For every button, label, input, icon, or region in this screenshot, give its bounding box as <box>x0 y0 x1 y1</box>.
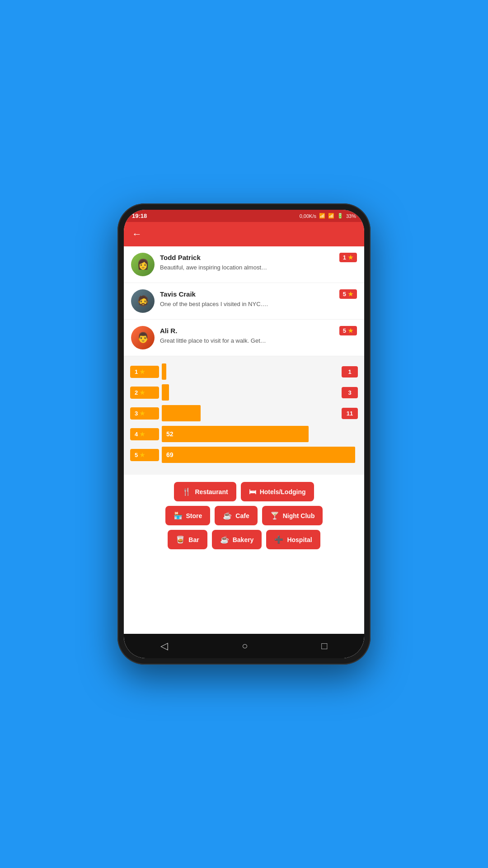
review-body-3: Ali R. 5 ★ Great little place to visit f… <box>160 326 357 344</box>
category-btn-cafe[interactable]: ☕ Cafe <box>215 506 257 525</box>
chart-star-num-3: 3 <box>135 410 138 417</box>
category-btn-nightclub[interactable]: 🍸 Night Club <box>262 506 323 525</box>
chart-count-1: 1 <box>342 366 358 377</box>
chart-bar-5: 69 <box>162 447 355 463</box>
chart-bar-container-4: 52 <box>162 426 355 442</box>
chart-star-icon-2: ★ <box>140 389 145 396</box>
status-time: 19:18 <box>132 212 147 219</box>
chart-row-2: 2 ★ 3 <box>130 384 358 401</box>
categories-section: 🍴 Restaurant 🛏 Hotels/Lodging 🏪 Store <box>124 475 364 558</box>
category-btn-hotels[interactable]: 🛏 Hotels/Lodging <box>241 482 314 501</box>
chart-bar-container-2 <box>162 384 339 401</box>
rating-badge-3: 5 ★ <box>339 326 357 335</box>
restaurant-label: Restaurant <box>195 488 228 495</box>
review-item-1: 👩 Todd Patrick 1 ★ Beautiful, awe inspir… <box>124 246 364 283</box>
reviewer-name-1: Todd Patrick <box>160 254 201 261</box>
category-btn-bar[interactable]: 🥃 Bar <box>168 530 207 549</box>
chart-count-3: 11 <box>342 408 358 419</box>
phone-frame: 19:18 0,00K/s 📶 📶 🔋 33% ← 👩 T <box>117 203 371 665</box>
chart-bar-4: 52 <box>162 426 309 442</box>
nav-back-button[interactable]: ◁ <box>160 640 168 652</box>
store-label: Store <box>186 512 202 519</box>
chart-bar-container-5: 69 <box>162 447 355 463</box>
review-header-2: Tavis Craik 5 ★ <box>160 289 357 299</box>
nav-recent-button[interactable]: □ <box>321 640 327 652</box>
cafe-icon: ☕ <box>223 511 232 520</box>
chart-bar-container-3 <box>162 405 339 421</box>
main-content: 👩 Todd Patrick 1 ★ Beautiful, awe inspir… <box>124 246 364 634</box>
review-text-1: Beautiful, awe inspiring location almost… <box>160 264 357 271</box>
star-icon-3: ★ <box>348 327 353 334</box>
bottom-nav: ◁ ○ □ <box>124 634 364 658</box>
chart-star-icon-4: ★ <box>140 431 145 438</box>
review-header-1: Todd Patrick 1 ★ <box>160 253 357 262</box>
battery-pct: 33% <box>346 213 356 219</box>
chart-bar-1 <box>162 363 166 380</box>
network-speed: 0,00K/s <box>300 213 316 219</box>
chart-star-icon-3: ★ <box>140 410 145 417</box>
rating-value-3: 5 <box>343 327 346 334</box>
rating-chart: 1 ★ 1 2 ★ 3 <box>124 356 364 475</box>
chart-label-5: 5 ★ <box>130 449 159 461</box>
hospital-icon: ➕ <box>274 535 283 544</box>
chart-bar-2 <box>162 384 169 401</box>
reviewer-name-2: Tavis Craik <box>160 290 196 298</box>
status-right-icons: 0,00K/s 📶 📶 🔋 33% <box>300 213 356 219</box>
chart-star-icon-5: ★ <box>140 452 145 458</box>
chart-bar-container-1 <box>162 363 339 380</box>
signal-icon: 📶 <box>328 213 334 219</box>
rating-value-2: 5 <box>343 291 346 297</box>
rating-badge-1: 1 ★ <box>339 253 357 262</box>
chart-label-2: 2 ★ <box>130 387 159 399</box>
avatar-2: 🧔 <box>131 289 155 313</box>
category-btn-store[interactable]: 🏪 Store <box>165 506 211 525</box>
review-item-2: 🧔 Tavis Craik 5 ★ One of the best places… <box>124 283 364 320</box>
restaurant-icon: 🍴 <box>182 487 191 496</box>
phone-screen: 19:18 0,00K/s 📶 📶 🔋 33% ← 👩 T <box>124 210 364 658</box>
chart-row-1: 1 ★ 1 <box>130 363 358 380</box>
status-bar: 19:18 0,00K/s 📶 📶 🔋 33% <box>124 210 364 222</box>
nav-home-button[interactable]: ○ <box>242 640 248 652</box>
star-icon-2: ★ <box>348 291 353 297</box>
reviewer-name-3: Ali R. <box>160 327 177 335</box>
chart-star-num-5: 5 <box>135 452 138 458</box>
nightclub-label: Night Club <box>283 512 315 519</box>
store-icon: 🏪 <box>174 511 183 520</box>
review-header-3: Ali R. 5 ★ <box>160 326 357 335</box>
review-item-3: 👨 Ali R. 5 ★ Great little place to visit… <box>124 320 364 356</box>
category-row-1: 🍴 Restaurant 🛏 Hotels/Lodging <box>130 482 358 501</box>
star-icon-1: ★ <box>348 254 353 261</box>
wifi-icon: 📶 <box>319 213 325 219</box>
review-text-3: Great little place to visit for a walk. … <box>160 337 357 344</box>
bakery-label: Bakery <box>233 536 254 543</box>
category-btn-hospital[interactable]: ➕ Hospital <box>266 530 320 549</box>
review-body-2: Tavis Craik 5 ★ One of the best places I… <box>160 289 357 307</box>
hotels-label: Hotels/Lodging <box>260 488 306 495</box>
rating-badge-2: 5 ★ <box>339 289 357 299</box>
nightclub-icon: 🍸 <box>270 511 279 520</box>
chart-star-icon-1: ★ <box>140 368 145 375</box>
bar-icon: 🥃 <box>176 535 185 544</box>
chart-label-4: 4 ★ <box>130 428 159 440</box>
chart-star-num-1: 1 <box>135 368 138 375</box>
bakery-icon: ☕ <box>220 535 229 544</box>
category-row-2: 🏪 Store ☕ Cafe 🍸 Night Club <box>130 506 358 525</box>
category-btn-restaurant[interactable]: 🍴 Restaurant <box>174 482 236 501</box>
avatar-1: 👩 <box>131 253 155 276</box>
chart-row-5: 5 ★ 69 <box>130 447 358 463</box>
chart-count-2: 3 <box>342 387 358 398</box>
chart-star-num-4: 4 <box>135 431 138 438</box>
chart-label-3: 3 ★ <box>130 407 159 420</box>
cafe-label: Cafe <box>235 512 249 519</box>
category-row-3: 🥃 Bar ☕ Bakery ➕ Hospital <box>130 530 358 549</box>
chart-label-1: 1 ★ <box>130 366 159 378</box>
category-btn-bakery[interactable]: ☕ Bakery <box>212 530 262 549</box>
review-text-2: One of the best places I visited in NYC…… <box>160 301 357 307</box>
review-body-1: Todd Patrick 1 ★ Beautiful, awe inspirin… <box>160 253 357 271</box>
battery-icon: 🔋 <box>337 213 343 219</box>
app-bar: ← <box>124 222 364 246</box>
chart-row-4: 4 ★ 52 <box>130 426 358 442</box>
back-button[interactable]: ← <box>132 228 356 240</box>
chart-bar-label-4: 52 <box>166 430 174 438</box>
chart-bar-label-5: 69 <box>166 451 174 458</box>
